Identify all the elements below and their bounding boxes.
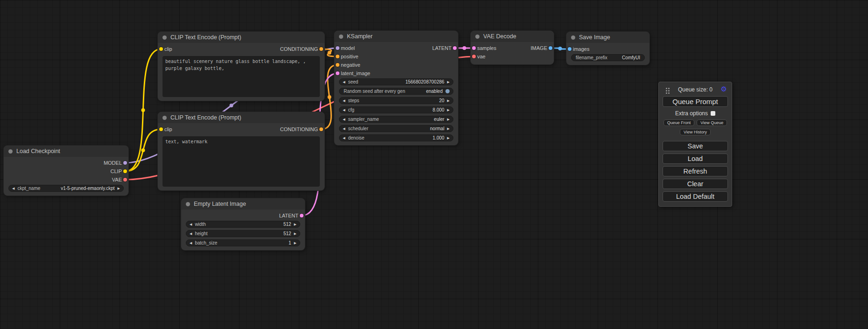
output-port-conditioning[interactable] bbox=[319, 127, 323, 131]
decrement-arrow-icon[interactable]: ◀ bbox=[343, 108, 345, 112]
widget-ckpt-name[interactable]: ◀ ckpt_name v1-5-pruned-emaonly.ckpt ▶ bbox=[8, 185, 124, 192]
decrement-arrow-icon[interactable]: ◀ bbox=[12, 187, 14, 190]
output-port-vae[interactable] bbox=[123, 178, 127, 182]
extra-options-label: Extra options bbox=[675, 110, 708, 117]
input-port-vae[interactable] bbox=[472, 55, 476, 58]
input-port-clip[interactable] bbox=[159, 47, 163, 51]
graph-canvas[interactable]: Load Checkpoint MODEL CLIP VAE ◀ ckpt bbox=[0, 0, 868, 329]
input-port-samples[interactable] bbox=[472, 46, 476, 50]
decrement-arrow-icon[interactable]: ◀ bbox=[190, 223, 192, 226]
view-history-button[interactable]: View History bbox=[680, 129, 711, 135]
increment-arrow-icon[interactable]: ▶ bbox=[447, 108, 450, 112]
widget-value: 156680208700286 bbox=[405, 79, 444, 84]
widget-random-seed-toggle[interactable]: Random seed after every gen enabled bbox=[339, 88, 453, 95]
node-collapse-dot[interactable] bbox=[162, 116, 167, 120]
input-port-negative[interactable] bbox=[336, 63, 339, 67]
widget-denoise[interactable]: ◀ denoise 1.000 ▶ bbox=[339, 134, 453, 141]
widget-steps[interactable]: ◀ steps 20 ▶ bbox=[339, 97, 453, 104]
node-collapse-dot[interactable] bbox=[475, 35, 480, 39]
output-port-clip[interactable] bbox=[123, 169, 127, 173]
link-midpoint-dot bbox=[558, 47, 562, 50]
increment-arrow-icon[interactable]: ▶ bbox=[447, 80, 450, 84]
widget-label: width bbox=[195, 222, 205, 227]
decrement-arrow-icon[interactable]: ◀ bbox=[343, 136, 345, 140]
load-default-button[interactable]: Load Default bbox=[663, 191, 728, 202]
node-vae-decode[interactable]: VAE Decode samples IMAGE vae bbox=[471, 31, 554, 64]
output-port-image[interactable] bbox=[549, 46, 552, 50]
node-title-bar[interactable]: CLIP Text Encode (Prompt) bbox=[158, 32, 325, 43]
view-queue-button[interactable]: View Queue bbox=[697, 119, 727, 126]
widget-batch-size[interactable]: ◀ batch_size 1 ▶ bbox=[186, 239, 300, 246]
wire-clip bbox=[125, 129, 161, 171]
widget-scheduler[interactable]: ◀ scheduler normal ▶ bbox=[339, 125, 453, 132]
node-title-bar[interactable]: Empty Latent Image bbox=[181, 198, 305, 210]
input-label: model bbox=[341, 45, 355, 51]
node-save-image[interactable]: Save Image images filename_prefix ComfyU… bbox=[566, 32, 649, 65]
increment-arrow-icon[interactable]: ▶ bbox=[294, 232, 296, 235]
decrement-arrow-icon[interactable]: ◀ bbox=[190, 232, 192, 235]
output-port-latent[interactable] bbox=[300, 214, 303, 217]
decrement-arrow-icon[interactable]: ◀ bbox=[343, 99, 345, 102]
settings-gear-icon[interactable]: ⚙ bbox=[721, 85, 727, 92]
node-clip-text-encode-negative[interactable]: CLIP Text Encode (Prompt) clip CONDITION… bbox=[158, 112, 325, 190]
increment-arrow-icon[interactable]: ▶ bbox=[294, 241, 296, 245]
node-title-bar[interactable]: Save Image bbox=[566, 32, 649, 43]
widget-label: batch_size bbox=[195, 240, 217, 245]
node-title-bar[interactable]: Load Checkpoint bbox=[4, 146, 128, 157]
input-port-model[interactable] bbox=[336, 46, 339, 50]
input-port-images[interactable] bbox=[568, 47, 572, 51]
node-clip-text-encode-positive[interactable]: CLIP Text Encode (Prompt) clip CONDITION… bbox=[158, 32, 325, 101]
menu-drag-handle-icon[interactable] bbox=[666, 88, 667, 89]
prompt-textarea[interactable]: beautiful scenery nature glass bottle la… bbox=[162, 56, 320, 97]
queue-prompt-button[interactable]: Queue Prompt bbox=[663, 96, 728, 107]
node-empty-latent-image[interactable]: Empty Latent Image LATENT ◀ width 512 ▶ … bbox=[181, 198, 305, 250]
widget-filename-prefix[interactable]: filename_prefix ComfyUI bbox=[571, 54, 645, 61]
extra-options-checkbox[interactable] bbox=[711, 111, 715, 116]
node-title-bar[interactable]: KSampler bbox=[334, 31, 458, 42]
widget-value: v1-5-pruned-emaonly.ckpt bbox=[61, 186, 114, 191]
increment-arrow-icon[interactable]: ▶ bbox=[447, 99, 450, 102]
widget-height[interactable]: ◀ height 512 ▶ bbox=[186, 230, 300, 237]
queue-front-button[interactable]: Queue Front bbox=[663, 119, 695, 126]
output-port-latent[interactable] bbox=[453, 46, 457, 50]
node-ksampler[interactable]: KSampler model LATENT positive negative … bbox=[334, 31, 458, 145]
increment-arrow-icon[interactable]: ▶ bbox=[447, 127, 450, 130]
decrement-arrow-icon[interactable]: ◀ bbox=[343, 118, 345, 121]
node-load-checkpoint[interactable]: Load Checkpoint MODEL CLIP VAE ◀ ckpt bbox=[4, 146, 128, 196]
widget-seed[interactable]: ◀ seed 156680208700286 ▶ bbox=[339, 78, 453, 85]
refresh-button[interactable]: Refresh bbox=[663, 166, 728, 176]
output-port-conditioning[interactable] bbox=[319, 47, 323, 51]
output-label: LATENT bbox=[279, 213, 298, 218]
increment-arrow-icon[interactable]: ▶ bbox=[447, 118, 450, 121]
widget-label: seed bbox=[348, 79, 358, 84]
load-button[interactable]: Load bbox=[663, 154, 728, 164]
widget-sampler-name[interactable]: ◀ sampler_name euler ▶ bbox=[339, 116, 453, 123]
input-label: negative bbox=[341, 62, 360, 68]
decrement-arrow-icon[interactable]: ◀ bbox=[190, 241, 192, 245]
increment-arrow-icon[interactable]: ▶ bbox=[118, 187, 120, 190]
input-label: latent_image bbox=[341, 70, 370, 76]
node-collapse-dot[interactable] bbox=[162, 35, 167, 40]
input-port-clip[interactable] bbox=[159, 127, 163, 131]
node-collapse-dot[interactable] bbox=[8, 149, 13, 154]
widget-value: 1 bbox=[289, 240, 291, 245]
input-port-latent-image[interactable] bbox=[336, 71, 339, 75]
output-label: CONDITIONING bbox=[280, 126, 318, 132]
decrement-arrow-icon[interactable]: ◀ bbox=[343, 80, 345, 84]
clear-button[interactable]: Clear bbox=[663, 179, 728, 189]
toggle-knob[interactable] bbox=[445, 89, 450, 93]
prompt-textarea[interactable]: text, watermark bbox=[162, 136, 320, 187]
increment-arrow-icon[interactable]: ▶ bbox=[294, 223, 296, 226]
node-collapse-dot[interactable] bbox=[571, 35, 575, 40]
output-port-model[interactable] bbox=[123, 161, 127, 165]
node-collapse-dot[interactable] bbox=[186, 202, 190, 206]
node-collapse-dot[interactable] bbox=[339, 35, 343, 39]
node-title-bar[interactable]: CLIP Text Encode (Prompt) bbox=[158, 112, 325, 123]
decrement-arrow-icon[interactable]: ◀ bbox=[343, 127, 345, 130]
input-port-positive[interactable] bbox=[336, 55, 339, 58]
save-button[interactable]: Save bbox=[663, 141, 728, 151]
widget-cfg[interactable]: ◀ cfg 8.000 ▶ bbox=[339, 106, 453, 113]
widget-width[interactable]: ◀ width 512 ▶ bbox=[186, 221, 300, 228]
increment-arrow-icon[interactable]: ▶ bbox=[447, 136, 450, 140]
node-title-bar[interactable]: VAE Decode bbox=[471, 31, 554, 42]
